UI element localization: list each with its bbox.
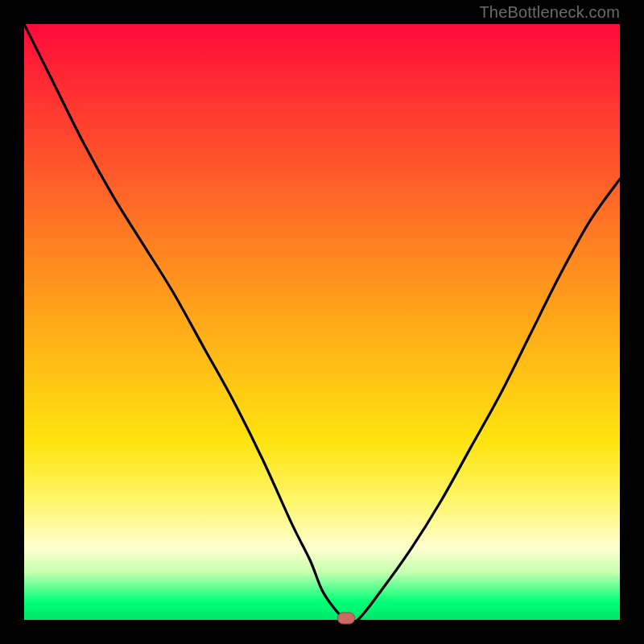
optimal-point-marker bbox=[337, 613, 355, 625]
plot-area bbox=[24, 24, 620, 620]
chart-frame: TheBottleneck.com bbox=[0, 0, 644, 644]
watermark-text: TheBottleneck.com bbox=[479, 3, 620, 22]
bottleneck-curve bbox=[24, 24, 620, 620]
